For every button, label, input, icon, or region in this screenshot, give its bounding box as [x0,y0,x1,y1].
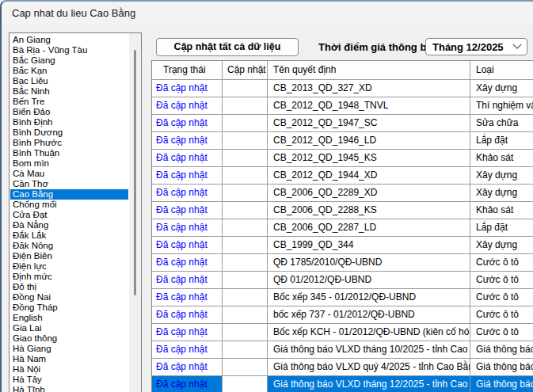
update-cell[interactable] [223,237,268,253]
province-list-scrollbar[interactable] [129,33,141,392]
status-cell[interactable]: Đã cập nhật [152,254,223,271]
province-list-item[interactable]: Hà Tĩnh [10,385,128,392]
province-list-item[interactable]: Chống mối [10,200,128,210]
province-list-item[interactable]: Cà Mau [10,169,128,179]
province-list-item[interactable]: Bom mìn [10,158,128,169]
status-cell[interactable]: Đã cập nhật [152,132,223,149]
province-list-item[interactable]: Đô thị [10,282,128,292]
type-cell[interactable]: Lắp đặt [470,219,533,236]
status-cell[interactable]: Đã cập nhật [152,219,223,236]
province-list-item[interactable]: Đăk Nông [10,241,128,251]
column-header[interactable]: Trạng thái [152,61,223,79]
status-cell[interactable]: Đã cập nhật [152,167,223,184]
decision-name-cell[interactable]: CB_2012_QD_1947_SC [268,115,470,131]
decision-name-cell[interactable]: Giá thông báo VLXD tháng 10/2025 - tỉnh … [268,341,470,358]
update-cell[interactable] [223,115,268,131]
province-list-item[interactable]: Bắc Kạn [10,66,128,76]
table-row[interactable]: Đã cập nhậtCB_2006_QD_2287_LDLắp đặt [152,219,533,237]
table-row[interactable]: Đã cập nhậtCB_2012_QD_1945_KSKhảo sát [152,150,533,167]
table-row[interactable]: Đã cập nhậtCB_2012_QD_1944_XDXây dựng [152,167,533,185]
update-cell[interactable] [223,80,268,97]
province-list-item[interactable]: English [10,313,128,323]
status-cell[interactable]: Đã cập nhật [152,237,223,253]
type-cell[interactable]: Giá thông báo [470,341,533,358]
status-cell[interactable]: Đã cập nhật [152,324,223,341]
status-cell[interactable]: Đã cập nhật [152,359,223,375]
table-row[interactable]: Đã cập nhậtbốc xếp 737 - 01/2012/QĐ-UBND… [152,306,533,324]
column-header[interactable]: Cập nhật [223,61,268,79]
province-list-item[interactable]: Bến Tre [10,97,128,107]
decision-name-cell[interactable]: bốc xếp 737 - 01/2012/QĐ-UBND [268,306,470,323]
decision-name-cell[interactable]: CB_2012_QD_1946_LD [268,132,470,149]
status-cell[interactable]: Đã cập nhật [152,115,223,131]
province-list-item[interactable]: Hà Tây [10,375,128,385]
status-cell[interactable]: Đã cập nhật [152,97,223,114]
province-list-item[interactable]: Biển Đảo [10,107,128,117]
province-list-item[interactable]: Bình Định [10,117,128,127]
type-cell[interactable]: Xây dựng [470,237,533,253]
province-list-item[interactable]: Cao Bằng [10,189,128,200]
type-cell[interactable]: Sửa chữa [470,115,533,131]
update-cell[interactable] [223,341,268,358]
update-cell[interactable] [223,132,268,149]
table-row[interactable]: Đã cập nhậtCB_2012_QD_1946_LDLắp đặt [152,132,533,150]
type-cell[interactable]: Cước ô tô [470,324,533,341]
province-list-item[interactable]: Bắc Ninh [10,86,128,97]
table-row[interactable]: Đã cập nhậtBốc xếp 345 - 01/2012/QĐ-UBND… [152,289,533,306]
decision-name-cell[interactable]: CB_2006_QD_2289_XD [268,185,470,201]
title-bar[interactable]: Cap nhat du lieu Cao Bằng [2,2,533,25]
decision-name-cell[interactable]: CB_2012_QD_1944_XD [268,167,470,184]
type-cell[interactable]: Thí nghiệm vật liệu [470,97,533,114]
decision-name-cell[interactable]: CB_2013_QD_327_XD [268,80,470,97]
decision-name-cell[interactable]: Giá thông báo VLXD quý 4/2025 - tỉnh Cao… [268,359,470,375]
table-row[interactable]: Đã cập nhậtCB_2006_QD_2288_KSKhảo sát [152,202,533,219]
update-cell[interactable] [223,306,268,323]
province-list-item[interactable]: Bà Rịa - Vũng Tàu [10,45,128,55]
type-cell[interactable]: Lắp đặt [470,132,533,149]
update-cell[interactable] [223,219,268,236]
province-list-item[interactable]: Hà Nội [10,364,128,375]
table-row[interactable]: Đã cập nhậtCB_2012_QD_1947_SCSửa chữa [152,115,533,132]
province-list-item[interactable]: Đắk Lắk [10,230,128,241]
table-row[interactable]: Đã cập nhậtCB_1999_QD_344Xây dựng [152,237,533,254]
table-row[interactable]: Đã cập nhậtCB_2006_QD_2289_XDXây dựng [152,185,533,202]
decision-name-cell[interactable]: CB_2012_QD_1945_KS [268,150,470,166]
type-cell[interactable]: Xây dựng [470,185,533,201]
province-list-item[interactable]: Đồng Nai [10,292,128,303]
table-row[interactable]: Đã cập nhậtCB_2013_QD_327_XDXây dựng [152,80,533,97]
table-row[interactable]: Đã cập nhậtGiá thông báo VLXD tháng 12/2… [152,376,533,392]
status-cell[interactable]: Đã cập nhật [152,202,223,219]
status-cell[interactable]: Đã cập nhật [152,185,223,201]
update-cell[interactable] [223,185,268,201]
update-cell[interactable] [223,376,268,392]
status-cell[interactable]: Đã cập nhật [152,376,223,392]
type-cell[interactable]: Cước ô tô [470,306,533,323]
type-cell[interactable]: Cước ô tô [470,254,533,271]
table-row[interactable]: Đã cập nhậtQĐ 01/2012/QĐ-UBNDCước ô tô [152,272,533,289]
table-row[interactable]: Đã cập nhậtQĐ 1785/2010/QĐ-UBNDCước ô tô [152,254,533,272]
province-list-item[interactable]: Đà Nẵng [10,220,128,230]
status-cell[interactable]: Đã cập nhật [152,306,223,323]
decision-name-cell[interactable]: QĐ 01/2012/QĐ-UBND [268,272,470,288]
province-list-item[interactable]: Bình Thuận [10,148,128,158]
update-cell[interactable] [223,254,268,271]
period-combobox[interactable]: Tháng 12/2025 [425,38,527,55]
province-list-item[interactable]: An Giang [10,35,128,45]
province-list-item[interactable]: Định mức [10,272,128,282]
province-list-item[interactable]: Điện Biên [10,251,128,261]
scrollbar-thumb-icon[interactable] [134,50,136,295]
type-cell[interactable]: Giá thông báo [470,359,533,375]
decision-name-cell[interactable]: CB_2006_QD_2287_LD [268,219,470,236]
province-list-item[interactable]: Giao thông [10,333,128,344]
update-cell[interactable] [223,324,268,341]
update-cell[interactable] [223,289,268,306]
update-all-button[interactable]: Cập nhật tất cả dữ liệu [156,38,299,56]
type-cell[interactable]: Cước ô tô [470,272,533,288]
status-cell[interactable]: Đã cập nhật [152,289,223,306]
type-cell[interactable]: Khảo sát [470,150,533,166]
type-cell[interactable]: Xây dựng [470,80,533,97]
update-cell[interactable] [223,202,268,219]
province-list-item[interactable]: Điện lực [10,261,128,272]
column-header[interactable]: Tên quyết định [268,61,470,79]
update-cell[interactable] [223,272,268,288]
